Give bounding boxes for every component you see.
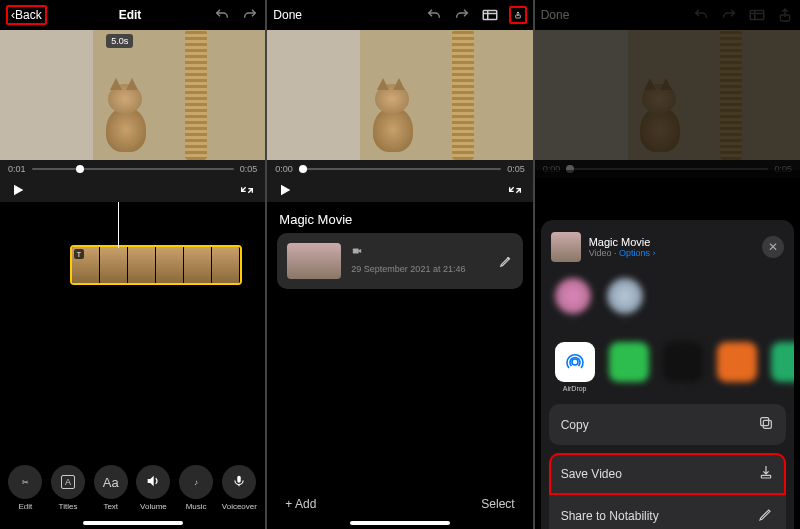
tool-row: ✂Edit ATitles AaText Volume ♪Music Voice… [0, 465, 265, 511]
contacts-row: ··· ··· [541, 272, 794, 334]
title-marker-icon: T [74, 249, 84, 259]
tool-edit[interactable]: ✂Edit [8, 465, 42, 511]
clip-card[interactable]: 29 September 2021 at 21:46 [277, 233, 522, 289]
svg-rect-9 [761, 475, 770, 478]
share-icon[interactable] [509, 6, 527, 24]
playhead[interactable] [118, 202, 119, 248]
undo-icon[interactable] [213, 6, 231, 24]
scrubber[interactable]: 0:00 0:05 [267, 160, 532, 178]
download-icon [758, 464, 774, 483]
redo-icon [720, 6, 738, 24]
fullscreen-icon[interactable] [507, 182, 523, 198]
volume-icon [145, 473, 161, 491]
text-icon: Aa [103, 475, 119, 490]
time-total: 0:05 [507, 164, 525, 174]
clip-meta: 29 September 2021 at 21:46 [351, 246, 488, 276]
play-icon[interactable] [10, 182, 26, 198]
app-item[interactable]: · [717, 342, 757, 392]
share-thumbnail [551, 232, 581, 262]
svg-rect-3 [353, 249, 359, 254]
undo-icon[interactable] [425, 6, 443, 24]
share-icon [776, 6, 794, 24]
timeline-clip[interactable]: T [70, 245, 242, 285]
tool-music[interactable]: ♪Music [179, 465, 213, 511]
tool-volume[interactable]: Volume [136, 465, 170, 511]
fullscreen-icon[interactable] [239, 182, 255, 198]
storyboard-icon[interactable] [481, 6, 499, 24]
redo-icon[interactable] [453, 6, 471, 24]
done-button[interactable]: Done [273, 8, 302, 22]
close-icon[interactable]: ✕ [762, 236, 784, 258]
svg-rect-8 [761, 418, 769, 426]
video-icon [351, 246, 363, 261]
plus-icon: + [285, 497, 295, 511]
video-preview[interactable]: 0:00 0:05 [267, 30, 532, 202]
screen-share: Done 0:00 0:05 [535, 0, 800, 529]
pencil-icon [758, 506, 774, 525]
topbar: Done [267, 0, 532, 30]
topbar: Done [535, 0, 800, 30]
app-airdrop[interactable]: AirDrop [555, 342, 595, 392]
scrubber[interactable]: 0:01 0:05 [0, 160, 265, 178]
clip-thumbnail [287, 243, 341, 279]
apps-row: AirDrop · · · · [541, 334, 794, 404]
home-indicator[interactable] [83, 521, 183, 525]
svg-point-6 [572, 359, 578, 365]
topbar: ‹Back Edit [0, 0, 265, 30]
action-share-notability[interactable]: Share to Notability [549, 495, 786, 529]
share-subtitle: Video · Options › [589, 248, 656, 258]
options-link[interactable]: Options [619, 248, 650, 258]
screen-project: Done 0:00 0:05 Magi [267, 0, 534, 529]
music-icon: ♪ [194, 478, 198, 487]
tool-text[interactable]: AaText [94, 465, 128, 511]
action-copy[interactable]: Copy [549, 404, 786, 445]
redo-icon[interactable] [241, 6, 259, 24]
video-preview[interactable]: 5.0s 0:01 0:05 [0, 30, 265, 202]
contact-item[interactable]: ··· [555, 278, 591, 324]
share-title: Magic Movie [589, 236, 656, 248]
tool-voiceover[interactable]: Voiceover [222, 465, 257, 511]
time-current: 0:00 [275, 164, 293, 174]
app-item[interactable]: · [609, 342, 649, 392]
time-current: 0:01 [8, 164, 26, 174]
back-button[interactable]: ‹Back [6, 5, 47, 25]
undo-icon [692, 6, 710, 24]
clip-date: 29 September 2021 at 21:46 [351, 264, 465, 274]
scrub-thumb[interactable] [76, 165, 84, 173]
time-total: 0:05 [240, 164, 258, 174]
video-preview: 0:00 0:05 [535, 30, 800, 178]
storyboard-icon [748, 6, 766, 24]
app-item[interactable]: · [663, 342, 703, 392]
play-icon[interactable] [277, 182, 293, 198]
pencil-icon[interactable] [499, 254, 513, 268]
select-button[interactable]: Select [481, 497, 514, 511]
add-button[interactable]: + Add [285, 497, 316, 511]
screen-edit: ‹Back Edit 5.0s 0:01 0:05 [0, 0, 267, 529]
copy-icon [758, 415, 774, 434]
svg-rect-1 [483, 11, 497, 20]
footer: + Add Select [267, 497, 532, 511]
app-item[interactable]: · [771, 342, 794, 392]
action-save-video[interactable]: Save Video [549, 453, 786, 495]
chevron-right-icon: › [650, 248, 656, 258]
timeline[interactable]: T [0, 242, 265, 288]
scrub-thumb[interactable] [299, 165, 307, 173]
scissors-icon: ✂ [22, 478, 29, 487]
home-indicator[interactable] [350, 521, 450, 525]
actions-list: Copy Save Video Share to Notability [541, 404, 794, 529]
svg-rect-0 [238, 476, 242, 483]
duration-badge: 5.0s [106, 34, 133, 48]
titles-icon: A [61, 475, 75, 489]
tool-titles[interactable]: ATitles [51, 465, 85, 511]
contact-item[interactable]: ··· [607, 278, 643, 324]
done-button: Done [541, 8, 570, 22]
mic-icon [232, 474, 246, 490]
title: Edit [119, 8, 142, 22]
airdrop-icon [555, 342, 595, 382]
svg-rect-7 [763, 420, 771, 428]
share-sheet: Magic Movie Video · Options › ✕ ··· ··· … [541, 220, 794, 529]
section-title: Magic Movie [267, 202, 532, 233]
svg-rect-4 [750, 11, 764, 20]
